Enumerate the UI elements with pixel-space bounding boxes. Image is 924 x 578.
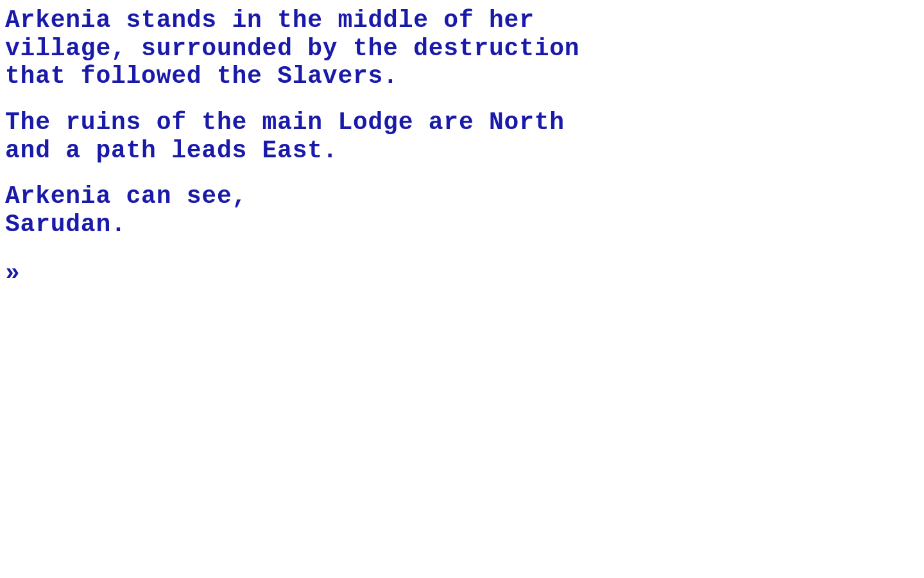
command-prompt[interactable]: » [5,259,20,287]
game-screen: Arkenia stands in the middle of her vill… [0,0,924,578]
narrative-paragraph-3: Arkenia can see, Sarudan. [5,182,919,238]
narrative-paragraph-2: The ruins of the main Lodge are North an… [5,109,919,164]
narrative-paragraph-1: Arkenia stands in the middle of her vill… [5,6,919,91]
